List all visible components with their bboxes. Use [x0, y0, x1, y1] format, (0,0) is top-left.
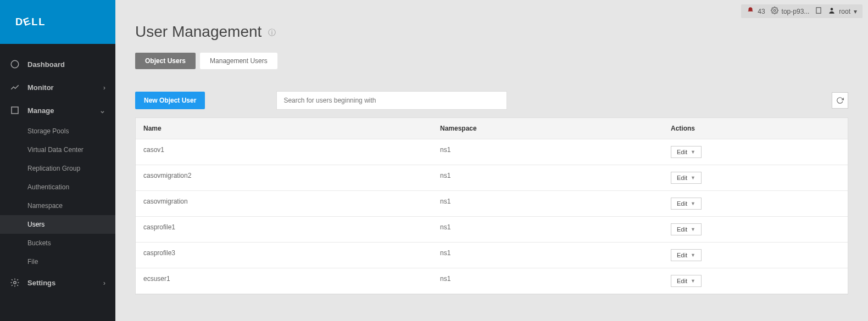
svg-text:L: L — [31, 16, 37, 27]
identity-label: top-p93... — [782, 8, 810, 15]
topbar-info[interactable] — [815, 7, 822, 16]
col-header-actions: Actions — [663, 118, 848, 139]
chevron-down-icon: ⌄ — [99, 106, 105, 115]
edit-button[interactable]: Edit ▼ — [671, 275, 702, 287]
sidebar-subitem-replication-group[interactable]: Replication Group — [27, 159, 115, 178]
table-header-row: Name Namespace Actions — [136, 118, 848, 139]
cell-namespace: ns1 — [432, 191, 663, 216]
sidebar-item-dashboard[interactable]: Dashboard — [0, 53, 115, 76]
tab-management-users[interactable]: Management Users — [200, 53, 277, 69]
sidebar-subitem-buckets[interactable]: Buckets — [27, 234, 115, 252]
svg-rect-8 — [816, 8, 821, 14]
refresh-button[interactable] — [832, 92, 848, 109]
cell-actions: Edit ▼ — [663, 243, 848, 268]
gear-icon — [771, 7, 778, 16]
cell-name: casovmigration — [136, 191, 432, 216]
tab-strip: Object UsersManagement Users — [135, 53, 868, 69]
cell-actions: Edit ▼ — [663, 268, 848, 294]
manage-icon — [10, 105, 20, 115]
nav: Dashboard Monitor › Manage ⌄ Storage Poo… — [0, 44, 115, 294]
cell-actions: Edit ▼ — [663, 139, 848, 165]
toolbar: New Object User — [135, 91, 848, 110]
svg-point-7 — [774, 9, 776, 12]
settings-icon — [10, 278, 20, 288]
table-body: casov1ns1Edit ▼casovmigration2ns1Edit ▼c… — [136, 139, 848, 294]
bell-icon — [747, 7, 754, 16]
cell-name: casovmigration2 — [136, 165, 432, 190]
sidebar-subnav-manage: Storage PoolsVirtual Data CenterReplicat… — [0, 122, 115, 271]
chevron-down-icon: ▼ — [691, 252, 695, 258]
chevron-right-icon: › — [103, 279, 105, 287]
table-row: casprofile3ns1Edit ▼ — [136, 243, 848, 268]
cell-name: ecsuser1 — [136, 268, 432, 294]
topbar-alerts[interactable]: 43 — [747, 7, 765, 16]
svg-point-9 — [831, 8, 833, 10]
sidebar-subitem-authentication[interactable]: Authentication — [27, 178, 115, 196]
search-input[interactable] — [276, 91, 507, 110]
chevron-down-icon: ▼ — [691, 149, 695, 155]
chevron-down-icon: ▼ — [691, 227, 695, 232]
table-row: casovmigration2ns1Edit ▼ — [136, 165, 848, 191]
col-header-name[interactable]: Name — [136, 118, 432, 139]
table-row: casovmigrationns1Edit ▼ — [136, 191, 848, 217]
table-row: casprofile1ns1Edit ▼ — [136, 217, 848, 243]
sidebar-label: Dashboard — [27, 60, 105, 69]
sidebar-label: Manage — [27, 106, 99, 115]
chevron-right-icon: › — [103, 83, 105, 92]
sidebar-item-settings[interactable]: Settings › — [0, 271, 115, 294]
cell-actions: Edit ▼ — [663, 191, 848, 216]
sidebar-subitem-users[interactable]: Users — [0, 215, 115, 234]
info-icon[interactable]: ⓘ — [268, 28, 276, 37]
sidebar-item-monitor[interactable]: Monitor › — [0, 76, 115, 99]
chevron-down-icon: ▾ — [854, 8, 857, 15]
user-label: root — [839, 8, 850, 15]
user-icon — [828, 7, 836, 16]
sidebar-subitem-storage-pools[interactable]: Storage Pools — [27, 122, 115, 140]
topbar: 43 top-p93... root ▾ — [741, 4, 863, 18]
edit-button[interactable]: Edit ▼ — [671, 172, 702, 184]
svg-rect-5 — [12, 107, 18, 114]
page-title-text: User Management — [135, 23, 261, 40]
cell-name: casov1 — [136, 139, 432, 165]
alert-count: 43 — [758, 8, 765, 15]
svg-text:E: E — [21, 15, 31, 28]
chevron-down-icon: ▼ — [691, 175, 695, 181]
main-content: 43 top-p93... root ▾ User Management ⓘ O… — [115, 0, 868, 321]
cell-namespace: ns1 — [432, 165, 663, 190]
edit-button[interactable]: Edit ▼ — [671, 198, 702, 210]
sidebar-label: Settings — [27, 279, 103, 287]
table-row: ecsuser1ns1Edit ▼ — [136, 268, 848, 294]
chevron-down-icon: ▼ — [691, 278, 695, 284]
svg-point-6 — [14, 281, 16, 284]
edit-button[interactable]: Edit ▼ — [671, 249, 702, 261]
new-object-user-button[interactable]: New Object User — [135, 92, 205, 109]
chevron-down-icon: ▼ — [691, 201, 695, 206]
table-row: casov1ns1Edit ▼ — [136, 139, 848, 165]
topbar-user[interactable]: root ▾ — [828, 7, 857, 16]
sidebar-subitem-namespace[interactable]: Namespace — [27, 196, 115, 215]
sidebar-subitem-file[interactable]: File — [27, 252, 115, 271]
cell-namespace: ns1 — [432, 217, 663, 242]
edit-button[interactable]: Edit ▼ — [671, 146, 702, 158]
col-header-namespace[interactable]: Namespace — [432, 118, 663, 139]
cell-namespace: ns1 — [432, 243, 663, 268]
edit-button[interactable]: Edit ▼ — [671, 223, 702, 235]
topbar-identity[interactable]: top-p93... — [771, 7, 810, 16]
refresh-icon — [836, 97, 844, 104]
dell-logo-icon: D E L L — [15, 13, 76, 31]
cell-actions: Edit ▼ — [663, 217, 848, 242]
dashboard-icon — [10, 59, 20, 69]
sidebar-subitem-virtual-data-center[interactable]: Virtual Data Center — [27, 140, 115, 159]
cell-namespace: ns1 — [432, 139, 663, 165]
svg-text:L: L — [38, 16, 44, 27]
cell-name: casprofile3 — [136, 243, 432, 268]
sidebar-label: Monitor — [27, 83, 103, 92]
monitor-icon — [10, 82, 20, 92]
cell-namespace: ns1 — [432, 268, 663, 294]
cell-name: casprofile1 — [136, 217, 432, 242]
users-table: Name Namespace Actions casov1ns1Edit ▼ca… — [135, 117, 848, 295]
sidebar-item-manage[interactable]: Manage ⌄ — [0, 99, 115, 122]
cell-actions: Edit ▼ — [663, 165, 848, 190]
info-rect-icon — [815, 7, 822, 16]
tab-object-users[interactable]: Object Users — [135, 53, 196, 69]
